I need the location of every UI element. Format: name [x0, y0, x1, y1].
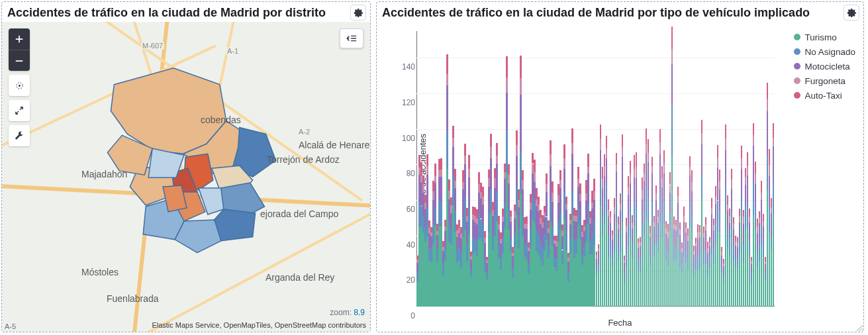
bar-segment[interactable] [691, 191, 693, 216]
bar-segment[interactable] [565, 230, 567, 250]
bar-segment[interactable] [733, 224, 735, 229]
bar-segment[interactable] [636, 152, 638, 167]
legend-item[interactable]: No Asignado [794, 44, 855, 59]
bar-segment[interactable] [671, 105, 673, 155]
bar-segment[interactable] [677, 203, 679, 221]
bar-segment[interactable] [610, 211, 612, 217]
bar-segment[interactable] [510, 216, 512, 222]
legend-item[interactable]: Auto-Taxi [794, 88, 855, 103]
bar-segment[interactable] [478, 172, 480, 184]
bar-segment[interactable] [725, 138, 727, 151]
bar-segment[interactable] [565, 210, 567, 230]
bar-segment[interactable] [546, 184, 548, 193]
bar-segment[interactable] [563, 158, 565, 169]
bar-segment[interactable] [440, 203, 442, 226]
bar-segment[interactable] [761, 181, 763, 192]
bar-segment[interactable] [593, 191, 595, 200]
bar-segment[interactable] [482, 197, 484, 205]
bar-segment[interactable] [717, 158, 719, 168]
legend-item[interactable]: Furgoneta [794, 73, 855, 88]
bar-segment[interactable] [721, 247, 723, 252]
bar-segment[interactable] [426, 154, 428, 166]
bar-segment[interactable] [769, 149, 771, 164]
bar-segment[interactable] [648, 162, 650, 195]
bar-segment[interactable] [579, 183, 581, 194]
tools-button[interactable] [9, 125, 30, 146]
bar-segment[interactable] [679, 222, 681, 229]
bar-segment[interactable] [636, 178, 638, 207]
bar-segment[interactable] [711, 208, 713, 215]
bar-segment[interactable] [651, 173, 653, 202]
bar-segment[interactable] [508, 175, 510, 183]
bar-segment[interactable] [516, 130, 518, 146]
bar-segment[interactable] [685, 222, 687, 228]
bar-segment[interactable] [593, 200, 595, 220]
bar-segment[interactable] [677, 187, 679, 196]
bar-segment[interactable] [440, 177, 442, 203]
zoom-out-button[interactable] [9, 50, 30, 71]
bar-segment[interactable] [565, 197, 567, 205]
bar-segment[interactable] [606, 136, 608, 148]
bar-segment[interactable] [753, 135, 755, 146]
bar-segment[interactable] [464, 144, 466, 156]
bar-segment[interactable] [587, 167, 589, 173]
bar-segment[interactable] [552, 181, 554, 193]
bar-segment[interactable] [663, 173, 665, 201]
bar-segment[interactable] [508, 183, 510, 209]
bar-segment[interactable] [683, 207, 685, 216]
legend-toggle-button[interactable] [340, 28, 363, 48]
bar-segment[interactable] [482, 205, 484, 224]
bar-segment[interactable] [420, 162, 422, 175]
plot-area[interactable] [416, 31, 775, 307]
resize-handle[interactable] [854, 322, 863, 332]
panel-options-button[interactable] [350, 5, 366, 21]
bar-segment[interactable] [731, 179, 733, 189]
bar-segment[interactable] [446, 54, 448, 73]
bar-segment[interactable] [755, 173, 757, 184]
bar-segment[interactable] [440, 169, 442, 177]
bar-segment[interactable] [630, 173, 632, 183]
bar-segment[interactable] [747, 152, 749, 166]
bar-segment[interactable] [741, 146, 743, 159]
bar-segment[interactable] [691, 182, 693, 191]
bar-segment[interactable] [464, 156, 466, 164]
bar-segment[interactable] [767, 83, 769, 99]
bar-segment[interactable] [498, 216, 500, 224]
bar-segment[interactable] [440, 158, 442, 169]
bar-segment[interactable] [731, 169, 733, 179]
bar-segment[interactable] [526, 229, 528, 244]
bar-segment[interactable] [422, 175, 424, 184]
bar-segment[interactable] [506, 56, 508, 77]
bar-segment[interactable] [727, 195, 729, 205]
bar-segment[interactable] [773, 138, 775, 146]
bar-segment[interactable] [546, 192, 548, 216]
bar-segment[interactable] [510, 222, 512, 239]
bar-segment[interactable] [522, 170, 524, 180]
bar-segment[interactable] [755, 162, 757, 173]
bar-segment[interactable] [761, 193, 763, 200]
bar-segment[interactable] [648, 153, 650, 162]
bar-segment[interactable] [683, 216, 685, 222]
bar-segment[interactable] [452, 126, 454, 138]
bar-segment[interactable] [741, 158, 743, 168]
bar-segment[interactable] [749, 240, 751, 256]
bar-segment[interactable] [454, 181, 456, 188]
bar-segment[interactable] [701, 175, 703, 199]
bar-segment[interactable] [526, 224, 528, 229]
bar-segment[interactable] [773, 146, 775, 181]
bar-segment[interactable] [630, 161, 632, 173]
bar-segment[interactable] [749, 222, 751, 240]
zoom-in-button[interactable] [9, 28, 30, 50]
bar-segment[interactable] [610, 217, 612, 223]
bar-segment[interactable] [600, 124, 602, 139]
bar-segment[interactable] [422, 184, 424, 193]
bar-segment[interactable] [593, 220, 595, 245]
bar-segment[interactable] [538, 197, 540, 205]
bar-segment[interactable] [733, 217, 735, 224]
bar-segment[interactable] [577, 167, 579, 179]
bar-segment[interactable] [622, 157, 624, 193]
bar-segment[interactable] [622, 147, 624, 157]
bar-segment[interactable] [636, 167, 638, 178]
bar-segment[interactable] [498, 224, 500, 230]
bar-segment[interactable] [454, 169, 456, 181]
